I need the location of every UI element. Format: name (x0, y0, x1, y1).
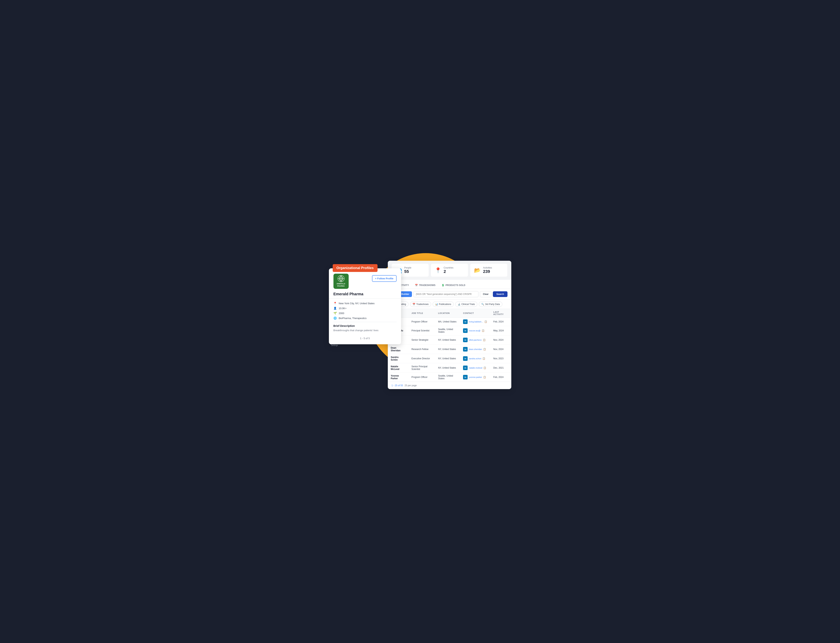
location: NY, United States (435, 335, 460, 345)
location: MA, United States (435, 318, 460, 326)
job-title: Program Officer (408, 318, 435, 326)
table-header-row: JOB TITLE LOCATION CONTACT LAST ACTIVITY (388, 309, 511, 318)
linkedin-button[interactable]: in (463, 328, 467, 333)
stat-info-countries: Countries 2 (444, 266, 453, 274)
contact-cell: in elliot.pacheco 📋 (463, 338, 487, 342)
org-employees: 👤 10.0K+ (333, 307, 397, 310)
activities-stat-icon: 📂 (474, 267, 481, 273)
contact-link[interactable]: yvonne.parker (469, 376, 482, 378)
scene: 🔍 Purchasing Search ⚙️ Settings Organiza… (329, 249, 511, 394)
third-party-pill-label: 3rd Party Data (485, 303, 500, 305)
activities-label: Activities (483, 266, 492, 269)
linkedin-button[interactable]: in (463, 356, 467, 361)
contact-link[interactable]: dean.sheridan (469, 348, 482, 350)
table-row: Elliot Pacheco Senior Strategist NY, Uni… (388, 335, 511, 345)
table-row: Dean Sheridan Research Fellow NY, United… (388, 345, 511, 354)
contact: in yvonne.parker 📋 (460, 372, 490, 382)
linkedin-button[interactable]: in (463, 375, 467, 379)
table-footer: 1 - 25 of 55 25 per page (388, 382, 511, 389)
linkedin-button[interactable]: in (463, 366, 467, 370)
location: NY, United States (435, 345, 460, 354)
tab-products-sold[interactable]: 💲 PRODUCTS SOLD (438, 282, 468, 289)
org-description-text: Breakthroughs that change patients' live… (329, 328, 401, 332)
pill-publications[interactable]: 📊 Publications (433, 302, 454, 307)
org-logo-icon (338, 275, 345, 282)
table-row: Yvonne Parker Program Officer Seattle, U… (388, 372, 511, 382)
contact-link[interactable]: natalie.mcleod (469, 367, 482, 369)
countries-value: 2 (444, 269, 453, 274)
contact: in roscoe.wu@ 📋 (460, 326, 490, 335)
last-activity: Nov, 2023 (490, 354, 511, 363)
clear-button[interactable]: Clear (480, 291, 491, 297)
copy-icon[interactable]: 📋 (482, 329, 484, 332)
location: Seattle, United States (435, 326, 460, 335)
contact: in irving.baldwin... 📋 (460, 318, 490, 326)
contact-link[interactable]: irving.baldwin... (469, 321, 483, 323)
activities-value: 239 (483, 269, 492, 274)
people-value: 55 (404, 269, 411, 274)
pagination-range[interactable]: 1 - 25 of 55 (392, 384, 403, 387)
clinical-trials-pill-icon: 🔬 (458, 303, 461, 305)
tab-tradeshows[interactable]: 📅 TRADESHOWS (412, 282, 438, 289)
tradeshows-pill-icon: 📅 (412, 303, 415, 305)
pill-3rd-party-data[interactable]: 🔍 3rd Party Data (479, 302, 502, 307)
table-wrap: JOB TITLE LOCATION CONTACT LAST ACTIVITY… (388, 309, 511, 382)
col-last-activity: LAST ACTIVITY (490, 309, 511, 318)
table-row: Roscoe Wu Principal Scientist Seattle, U… (388, 326, 511, 335)
org-logo-text: EMERALDPHARMA (337, 283, 345, 287)
products-tab-label: PRODUCTS SOLD (446, 284, 465, 287)
tradeshows-pill-label: Tradeshows (416, 303, 429, 305)
contact-link[interactable]: sandra.schon (469, 357, 481, 360)
org-profiles-badge: Organizational Profiles (333, 264, 378, 272)
contact-cell: in dean.sheridan 📋 (463, 347, 487, 351)
contact-cell: in natalie.mcleod 📋 (463, 366, 487, 370)
pill-clinical-trials[interactable]: 🔬 Clinical Trials (455, 302, 477, 307)
search-button[interactable]: Search (493, 291, 507, 297)
search-input[interactable] (413, 291, 479, 297)
tradeshows-tab-icon: 📅 (415, 284, 418, 287)
copy-icon[interactable]: 📋 (483, 339, 485, 341)
job-title: Senior Strategist (408, 335, 435, 345)
copy-icon[interactable]: 📋 (483, 376, 486, 379)
main-card: 👥 People 55 📍 Countries 2 📂 Activities 2… (388, 261, 511, 389)
pill-tradeshows[interactable]: 📅 Tradeshows (410, 302, 431, 307)
third-party-pill-icon: 🔍 (481, 303, 484, 305)
copy-icon[interactable]: 📋 (483, 348, 486, 351)
location: NY, United States (435, 363, 460, 372)
linkedin-button[interactable]: in (463, 347, 467, 351)
contact-cell: in irving.baldwin... 📋 (463, 320, 487, 324)
contact: in elliot.pacheco 📋 (460, 335, 490, 345)
tabs-row: 📁 ACTIVITY 📅 TRADESHOWS 💲 PRODUCTS SOLD (388, 280, 511, 289)
category-icon: 🌐 (333, 317, 337, 320)
contact: in sandra.schon 📋 (460, 354, 490, 363)
person-name: Dean Sheridan (388, 345, 409, 354)
contact-cell: in yvonne.parker 📋 (463, 375, 487, 379)
people-icon: 👤 (333, 307, 337, 310)
people-label: People (404, 266, 411, 269)
calendar-icon: 🌱 (333, 312, 337, 315)
contact: in dean.sheridan 📋 (460, 345, 490, 354)
copy-icon[interactable]: 📋 (484, 367, 486, 369)
linkedin-button[interactable]: in (463, 338, 467, 342)
last-activity: Nov, 2024 (490, 345, 511, 354)
org-description-label: Brief Description (329, 324, 401, 328)
job-title: Research Fellow (408, 345, 435, 354)
contact-link[interactable]: roscoe.wu@ (469, 330, 480, 332)
copy-icon[interactable]: 📋 (484, 320, 487, 323)
org-profile-card: Organizational Profiles EMERALDPHARMA + … (329, 268, 401, 344)
job-title: Executive Director (408, 354, 435, 363)
contact-link[interactable]: elliot.pacheco (469, 339, 482, 341)
org-logo: EMERALDPHARMA (333, 274, 349, 289)
org-pagination: 1 - 5 of 5 (329, 332, 401, 340)
clinical-trials-pill-label: Clinical Trials (461, 303, 475, 305)
last-activity: Feb, 2024 (490, 318, 511, 326)
follow-profile-button[interactable]: + Follow Profile (372, 275, 396, 282)
linkedin-button[interactable]: in (463, 320, 467, 324)
tradeshows-tab-label: TRADESHOWS (419, 284, 435, 287)
stat-card-countries: 📍 Countries 2 (431, 264, 468, 277)
people-table: JOB TITLE LOCATION CONTACT LAST ACTIVITY… (388, 309, 511, 382)
sidebar-label-settings: Settings (331, 344, 338, 346)
last-activity: Dec, 2021 (490, 363, 511, 372)
copy-icon[interactable]: 📋 (482, 357, 485, 360)
org-meta: 📍 New York City, NY, United States 👤 10.… (329, 299, 401, 320)
